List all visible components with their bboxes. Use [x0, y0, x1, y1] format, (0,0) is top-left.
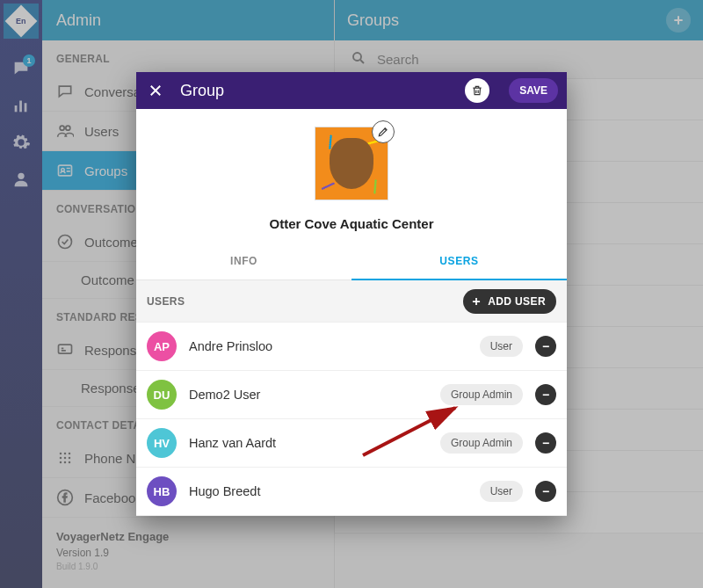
user-row: DU Demo2 User Group Admin −: [136, 370, 567, 419]
close-icon[interactable]: [145, 80, 166, 101]
user-row: HV Hanz van Aardt Group Admin −: [136, 418, 567, 468]
avatar: HB: [147, 476, 177, 506]
remove-user-button[interactable]: −: [535, 336, 556, 357]
modal-header: Group SAVE: [136, 72, 567, 109]
users-header: USERS ADD USER: [136, 280, 567, 323]
tab-info[interactable]: INFO: [136, 242, 352, 279]
otter-image: [330, 138, 373, 189]
modal-tabs: INFO USERS: [136, 242, 567, 280]
users-label: USERS: [147, 295, 185, 308]
avatar: DU: [147, 380, 177, 410]
group-name: Otter Cove Aquatic Center: [270, 216, 434, 231]
tab-users[interactable]: USERS: [352, 242, 567, 279]
group-hero: ⟋ ⟋ ⟋ ⟋ Otter Cove Aquatic Center: [136, 109, 567, 242]
remove-user-button[interactable]: −: [535, 432, 556, 454]
group-avatar[interactable]: ⟋ ⟋ ⟋ ⟋: [315, 127, 388, 200]
role-chip[interactable]: Group Admin: [440, 384, 523, 405]
remove-user-button[interactable]: −: [535, 384, 556, 405]
user-name: Hugo Breedt: [189, 484, 467, 498]
save-button[interactable]: SAVE: [509, 78, 558, 103]
users-section: USERS ADD USER AP Andre Prinsloo User − …: [136, 280, 567, 516]
role-chip[interactable]: User: [480, 336, 523, 357]
role-chip[interactable]: Group Admin: [440, 432, 523, 454]
add-user-label: ADD USER: [488, 295, 546, 308]
add-user-button[interactable]: ADD USER: [463, 289, 556, 314]
avatar: AP: [147, 331, 177, 361]
user-row: AP Andre Prinsloo User −: [136, 322, 567, 371]
modal-title: Group: [180, 82, 451, 100]
user-name: Hanz van Aardt: [189, 436, 428, 450]
edit-avatar-button[interactable]: [372, 120, 395, 143]
role-chip[interactable]: User: [480, 481, 523, 502]
group-modal: Group SAVE ⟋ ⟋ ⟋ ⟋ Otter Cove Aquatic Ce…: [136, 72, 567, 516]
delete-button[interactable]: [465, 78, 489, 103]
user-name: Andre Prinsloo: [189, 339, 467, 353]
user-row: HB Hugo Breedt User −: [136, 467, 567, 516]
avatar: HV: [147, 428, 177, 458]
remove-user-button[interactable]: −: [535, 481, 556, 502]
user-name: Demo2 User: [189, 388, 428, 402]
